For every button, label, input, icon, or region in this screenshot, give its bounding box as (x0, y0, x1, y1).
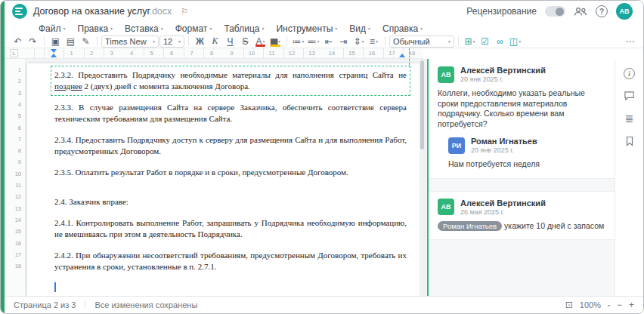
undo-button[interactable]: ↶ (11, 35, 25, 48)
comment-date: 20 янв 2025 г. (471, 146, 537, 154)
copy-button[interactable]: ▣ (48, 35, 63, 48)
insert-image-icon: ◫ (509, 36, 518, 47)
color-indicator (271, 45, 280, 47)
paste-button[interactable]: ▤ (63, 35, 78, 48)
paragraph-style-select[interactable]: Обычный▾ (389, 35, 454, 48)
insert-checkbox-button[interactable]: ☑ (478, 35, 492, 48)
comment-anchor-line (409, 48, 410, 65)
redo-icon: ↷ (29, 36, 36, 47)
tab-selector[interactable]: L (10, 49, 18, 57)
line-spacing-button[interactable]: ⇕▾ (351, 35, 366, 48)
comments-icon[interactable] (624, 91, 635, 101)
menu-table[interactable]: Таблица▾ (218, 23, 269, 34)
bookmark-icon[interactable] (625, 136, 634, 146)
header-actions: Рецензирование ? АВ (466, 3, 636, 20)
font-family-select-value: Times New (105, 37, 147, 46)
decrease-indent-button[interactable]: ⇤ (321, 35, 336, 48)
menu-format[interactable]: Формат▾ (170, 23, 218, 34)
first-line-indent-marker[interactable] (51, 49, 57, 53)
comment-meta: Алексей Вертинский26 мая 2025 г. (460, 199, 546, 216)
avatar: РИ (448, 137, 465, 154)
strikethrough-button[interactable]: S (238, 35, 252, 48)
fit-page-icon[interactable]: ⊡ (565, 300, 573, 310)
underline-button[interactable]: Ч (223, 35, 237, 48)
help-icon[interactable]: ? (596, 5, 608, 17)
right-indent-marker[interactable] (399, 54, 405, 57)
collaborators-icon[interactable] (574, 7, 587, 17)
increase-indent-button[interactable]: ⇥ (336, 35, 351, 48)
flag-icon[interactable]: ⚐ (181, 7, 188, 17)
chevron-down-icon: ▾ (278, 38, 280, 44)
ruler-number: 9 (228, 50, 234, 57)
font-size-select-value: 12 (163, 37, 172, 46)
app-window: Договор на оказание услуг.docx ⚐ Рецензи… (0, 0, 644, 314)
text-segment: 2.3.2. Предоставить Подрядчику необходим… (54, 70, 407, 79)
undo-icon: ↶ (14, 36, 21, 47)
info-icon[interactable]: i (624, 68, 635, 79)
zoom-out-button[interactable]: − (617, 300, 622, 310)
page-indicator[interactable]: Страница 2 из 3 (14, 300, 76, 309)
insert-image-button[interactable]: ◫▾ (508, 35, 522, 48)
avatar: АВ (438, 199, 454, 215)
brand-strip (1, 1, 5, 313)
chevron-down-icon: ▾ (263, 38, 265, 44)
insert-link-button[interactable]: ∞ (493, 35, 507, 48)
menu-label: Правка (78, 23, 109, 34)
toggle-knob (556, 8, 564, 16)
redo-button[interactable]: ↷ (26, 35, 40, 48)
document-extension: .docx (149, 6, 172, 17)
numbered-list-button[interactable]: ≕▾ (306, 35, 320, 48)
ruler-number: 3 (18, 90, 21, 97)
italic-button[interactable]: К (208, 35, 222, 48)
ruler-number: 10 (247, 50, 256, 57)
comment-reply: РИРоман Игнатьев20 янв 2025 г.Нам потреб… (438, 137, 607, 170)
font-size-select[interactable]: 12▾ (159, 35, 184, 48)
avatar: АВ (438, 66, 454, 83)
ruler-number: 14 (327, 50, 336, 57)
menu-file[interactable]: Файл▾ (33, 23, 71, 34)
comment-thread[interactable]: АВАлексей Вертинский20 янв 2025 г.Коллег… (429, 59, 616, 179)
menu-tools[interactable]: Инструменты▾ (271, 23, 342, 34)
author-name: Алексей Вертинский (460, 66, 546, 75)
ruler-number: 5 (18, 112, 21, 119)
scrollbar-thumb[interactable] (420, 60, 424, 149)
insert-table-button[interactable]: ⊞▾ (463, 35, 477, 48)
vertical-scrollbar[interactable] (420, 59, 425, 296)
align-button[interactable]: ≡▾ (367, 35, 381, 48)
app-logo-icon[interactable] (12, 4, 27, 19)
font-color-button[interactable]: А▾ (253, 35, 268, 48)
menu-edit[interactable]: Правка▾ (73, 23, 119, 34)
chevron-down-icon: ▾ (178, 38, 181, 44)
bullet-list-button[interactable]: ≔▾ (291, 35, 305, 48)
format-painter-button[interactable]: ✎ (79, 35, 93, 48)
chevron-down-icon: ▾ (110, 26, 113, 31)
highlight-color-button[interactable]: ▆▾ (268, 35, 283, 48)
paragraph: 2.4. Заказчик вправе: (54, 196, 407, 208)
text-segment: 2.4. Заказчик вправе: (54, 197, 128, 206)
underline-icon: Ч (228, 36, 234, 47)
zoom-value[interactable]: 100% (580, 300, 601, 309)
zoom-in-button[interactable]: + (629, 300, 634, 310)
page-content[interactable]: 2.3.2. Предоставить Подрядчику необходим… (27, 63, 423, 292)
toolbar-divider (286, 36, 287, 46)
bold-button[interactable]: Ж (193, 35, 207, 48)
paste-icon: ▤ (67, 36, 75, 47)
navigation-icon[interactable]: ≣ (625, 112, 634, 125)
ruler-number: 16 (367, 50, 376, 57)
text-segment: позднее (54, 82, 82, 91)
ruler-number: 18 (15, 263, 21, 269)
font-family-select[interactable]: Times New▾ (101, 35, 159, 48)
paragraph: 2.3.2. Предоставить Подрядчику необходим… (54, 69, 407, 92)
user-avatar[interactable]: АВ (616, 3, 633, 20)
format-painter-icon: ✎ (82, 36, 89, 47)
review-toggle[interactable] (545, 6, 565, 17)
comment-thread[interactable]: АВАлексей Вертинский26 мая 2025 г.Роман … (429, 191, 616, 241)
menu-insert[interactable]: Вставка▾ (119, 23, 169, 34)
chevron-down-icon: ▾ (209, 26, 212, 31)
left-indent-marker[interactable] (51, 54, 57, 57)
ruler-number: 13 (307, 50, 316, 57)
menu-view[interactable]: Вид▾ (344, 23, 376, 34)
menu-help[interactable]: Справка▾ (377, 23, 428, 34)
more-toolbar-button[interactable]: ⋯ (623, 35, 637, 48)
more-toolbar-icon: ⋯ (626, 36, 635, 47)
